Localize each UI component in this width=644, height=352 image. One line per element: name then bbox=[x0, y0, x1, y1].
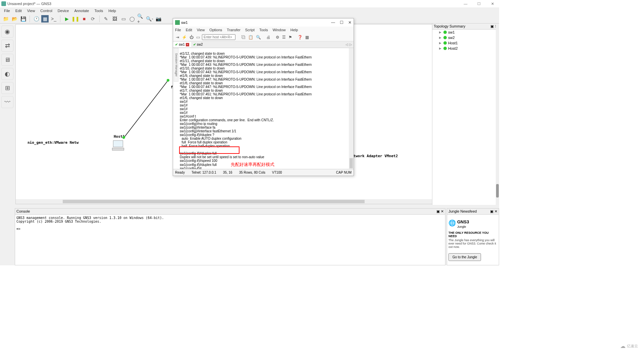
tab-prev-icon[interactable]: ◁ bbox=[345, 43, 348, 46]
show-names-icon[interactable]: ▦ bbox=[41, 15, 49, 23]
tab-next-icon[interactable]: ▷ bbox=[350, 43, 352, 46]
topo-item-host2[interactable]: ▶Host2 bbox=[432, 46, 499, 51]
print-icon[interactable]: 🖨 bbox=[266, 35, 271, 40]
note-icon[interactable]: ✎ bbox=[102, 15, 110, 23]
term-menu-options[interactable]: Options bbox=[209, 28, 222, 32]
menu-file[interactable]: File bbox=[1, 9, 13, 13]
tab-label: sw2 bbox=[197, 43, 203, 46]
sessions-icon[interactable]: ▭ bbox=[196, 35, 201, 40]
menu-tools[interactable]: Tools bbox=[92, 9, 106, 13]
topo-item-sw1[interactable]: ▶sw1 bbox=[432, 30, 499, 35]
security-icon[interactable]: ◐ bbox=[1, 68, 13, 80]
close-button[interactable]: ✕ bbox=[486, 0, 499, 7]
term-menu-edit[interactable]: Edit bbox=[186, 28, 192, 32]
terminal-titlebar[interactable]: sw1 — ☐ ✕ bbox=[173, 18, 354, 27]
status-ready: Ready bbox=[175, 171, 185, 174]
terminal-maximize-button[interactable]: ☐ bbox=[340, 20, 343, 25]
separator bbox=[60, 15, 60, 22]
console-header: Console ▣ ✕ bbox=[15, 209, 445, 215]
session-options-icon[interactable]: ☰ bbox=[281, 35, 286, 40]
image-icon[interactable]: 🖼 bbox=[111, 15, 118, 23]
menu-device[interactable]: Device bbox=[55, 9, 72, 13]
minimize-button[interactable]: — bbox=[459, 0, 472, 7]
status-dot-icon bbox=[443, 31, 447, 34]
stop-icon[interactable]: ■ bbox=[80, 15, 88, 23]
window-title: Unsaved project* — GNS3 bbox=[7, 2, 51, 6]
canvas-scrollbar-horizontal[interactable] bbox=[16, 199, 498, 204]
menu-annotate[interactable]: Annotate bbox=[71, 9, 92, 13]
newsfeed-panel: Jungle Newsfeed ▣ ✕ 🌐 GNS3 Jungle THE ON… bbox=[447, 208, 499, 265]
toggle-icon[interactable]: ▦ bbox=[305, 35, 310, 40]
paste-icon[interactable]: 📋 bbox=[248, 35, 254, 40]
ellipse-icon[interactable]: ◯ bbox=[128, 15, 136, 23]
tab-sw2[interactable]: ✔ sw2 bbox=[191, 42, 205, 47]
tab-sw1[interactable]: ✔ sw1 × bbox=[173, 42, 191, 47]
link-endpoint-dot bbox=[122, 136, 125, 139]
open-project-icon[interactable]: 📂 bbox=[11, 15, 18, 23]
status-cursor-pos: 35, 16 bbox=[223, 171, 232, 174]
tab-nav: ◁ ▷ bbox=[344, 43, 354, 46]
link-icon[interactable]: 〰 bbox=[1, 96, 13, 108]
copy-icon[interactable]: ⿻ bbox=[241, 35, 246, 40]
topo-label: Host1 bbox=[448, 41, 458, 45]
watermark: ☁ 亿速云 bbox=[620, 343, 638, 349]
page-scrollbar[interactable] bbox=[496, 24, 499, 205]
find-icon[interactable]: 🔍 bbox=[255, 35, 262, 40]
quick-connect-icon[interactable]: ⇥ bbox=[175, 35, 180, 40]
topo-label: Host2 bbox=[448, 46, 458, 50]
terminal-minimize-button[interactable]: — bbox=[331, 20, 335, 25]
all-devices-icon[interactable]: ⊞ bbox=[1, 82, 13, 94]
term-menu-view[interactable]: View bbox=[197, 28, 205, 32]
snapshot-icon[interactable]: 🕐 bbox=[33, 15, 40, 23]
switches-icon[interactable]: ⇄ bbox=[1, 40, 13, 52]
reload-icon[interactable]: ⟳ bbox=[89, 15, 97, 23]
help-icon[interactable]: ❓ bbox=[297, 35, 303, 40]
menu-help[interactable]: Help bbox=[106, 9, 119, 13]
menu-edit[interactable]: Edit bbox=[13, 9, 24, 13]
pause-icon[interactable]: ❚❚ bbox=[72, 15, 79, 23]
topo-item-sw2[interactable]: ▶sw2 bbox=[432, 35, 499, 40]
console-all-icon[interactable]: >_ bbox=[50, 15, 57, 23]
menu-control[interactable]: Control bbox=[38, 9, 55, 13]
panel-controls[interactable]: ▣ ✕ bbox=[490, 209, 497, 214]
maximize-button[interactable]: ☐ bbox=[472, 0, 486, 7]
topo-item-host1[interactable]: ▶Host1 bbox=[432, 40, 499, 46]
go-to-jungle-button[interactable]: Go to the Jungle bbox=[448, 253, 481, 261]
terminal-close-button[interactable]: ✕ bbox=[348, 20, 352, 25]
console-text[interactable]: GNS3 management console. Running GNS3 ve… bbox=[15, 215, 445, 232]
term-menu-tools[interactable]: Tools bbox=[259, 28, 268, 32]
reconnect-icon[interactable]: ⚡ bbox=[181, 35, 187, 40]
term-menu-file[interactable]: File bbox=[175, 28, 181, 32]
properties-icon[interactable]: ⚙ bbox=[275, 35, 280, 40]
cloud-icon: ☁ bbox=[620, 343, 626, 349]
screenshot-icon[interactable]: 📷 bbox=[155, 15, 162, 23]
session-manager-tab[interactable]: Session Manager bbox=[174, 48, 178, 82]
end-devices-icon[interactable]: 🖥 bbox=[1, 54, 13, 66]
tab-close-icon[interactable]: × bbox=[186, 43, 189, 46]
status-emulation: VT100 bbox=[272, 171, 282, 174]
zoom-out-icon[interactable]: 🔍- bbox=[146, 15, 153, 23]
disconnect-icon[interactable]: ⏻ bbox=[189, 35, 194, 40]
terminal-menubar: File Edit View Options Transfer Script T… bbox=[173, 27, 354, 33]
terminal-scrollbar[interactable] bbox=[349, 48, 354, 169]
highlight-box bbox=[179, 146, 239, 154]
term-menu-transfer[interactable]: Transfer bbox=[227, 28, 240, 32]
new-project-icon[interactable]: 📁 bbox=[2, 15, 9, 23]
newsfeed-sub: Jungle bbox=[457, 225, 469, 228]
start-icon[interactable]: ▶ bbox=[63, 15, 70, 23]
term-menu-script[interactable]: Script bbox=[245, 28, 255, 32]
save-icon[interactable]: 💾 bbox=[19, 15, 27, 23]
panel-controls[interactable]: ▣ ✕ bbox=[436, 209, 444, 214]
terminal-window: sw1 — ☐ ✕ File Edit View Options Transfe… bbox=[173, 18, 354, 176]
menu-view[interactable]: View bbox=[24, 9, 38, 13]
filter-icon[interactable]: ⚑ bbox=[288, 35, 293, 40]
rect-icon[interactable]: ▭ bbox=[120, 15, 127, 23]
zoom-in-icon[interactable]: 🔍+ bbox=[137, 15, 145, 23]
host-input[interactable] bbox=[202, 34, 235, 40]
term-menu-help[interactable]: Help bbox=[290, 28, 298, 32]
newsfeed-header: Jungle Newsfeed ▣ ✕ bbox=[447, 209, 499, 215]
routers-icon[interactable]: ◉ bbox=[1, 26, 13, 38]
terminal-text-boxed2: sw1(config-if)#duplex full bbox=[180, 163, 217, 167]
term-menu-window[interactable]: Window bbox=[273, 28, 286, 32]
status-capsnum: CAP NUM bbox=[336, 171, 352, 174]
